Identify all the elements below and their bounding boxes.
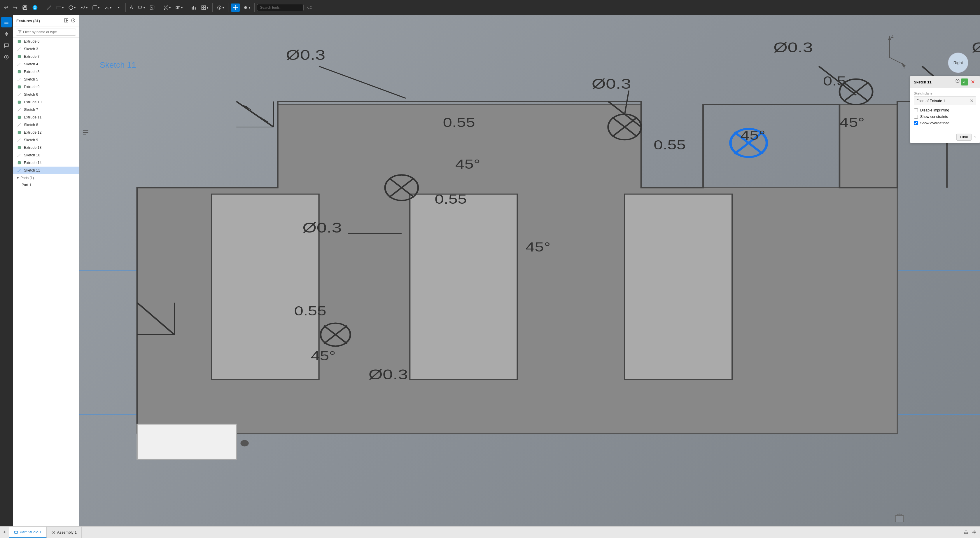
redo-button[interactable]: ↪ [11, 3, 19, 12]
panel-clock-icon[interactable] [955, 78, 960, 86]
tab-assembly-1[interactable]: Assembly 1 [47, 527, 82, 538]
feature-item[interactable]: Sketch 5 [13, 76, 79, 83]
part-studio-icon [14, 530, 18, 534]
show-constraints-label: Show constraints [920, 115, 948, 119]
mirror-tool-button[interactable]: ▾ [173, 4, 185, 11]
show-overdefined-label: Show overdefined [920, 121, 950, 125]
svg-line-53 [18, 63, 21, 65]
feature-item[interactable]: Extrude 6 [13, 38, 79, 45]
show-overdefined-row[interactable]: Show overdefined [914, 121, 976, 125]
tab-upload-icon[interactable] [963, 528, 969, 536]
feature-item[interactable]: Sketch 7 [13, 106, 79, 113]
onshape-icon-button[interactable]: O [30, 3, 40, 12]
toolbar-separator-5 [212, 3, 213, 12]
add-tab-button[interactable]: + [0, 527, 10, 538]
3d-view-icon[interactable] [895, 513, 904, 524]
help-button[interactable]: ? [974, 135, 976, 140]
transform-tool-button[interactable] [148, 4, 157, 11]
svg-marker-38 [5, 32, 8, 36]
parts-section-header[interactable]: ▾Parts (1) [13, 174, 79, 182]
sketch-icon [17, 168, 22, 173]
feature-item[interactable]: Extrude 9 [13, 83, 79, 91]
tab-action-icons [963, 528, 980, 536]
feature-item[interactable]: Extrude 7 [13, 53, 79, 60]
svg-text:Ø0.3: Ø0.3 [302, 220, 342, 236]
extrude-icon [17, 115, 22, 119]
feature-item[interactable]: Extrude 11 [13, 113, 79, 121]
view-direction-label[interactable]: Right [948, 53, 968, 73]
sidebar-clock-icon[interactable] [71, 18, 76, 24]
disable-imprinting-checkbox[interactable] [914, 108, 918, 112]
point-tool-button[interactable] [115, 4, 123, 11]
constraint-display-button[interactable]: ▾ [215, 4, 226, 11]
line-tool-button[interactable] [45, 4, 53, 11]
feature-item[interactable]: Sketch 4 [13, 60, 79, 68]
plot-tool-button[interactable] [189, 4, 198, 11]
bottom-tabs: + Part Studio 1 Assembly 1 [0, 526, 980, 538]
snap-tool-button[interactable] [231, 3, 240, 12]
svg-rect-82 [625, 194, 732, 379]
history-icon-button[interactable] [1, 52, 12, 62]
arc-tool-button[interactable]: ▾ [102, 4, 113, 11]
filter-input[interactable] [16, 29, 76, 36]
part-item[interactable]: Part 1 [13, 182, 79, 188]
panel-close-button[interactable]: ✕ [969, 78, 976, 86]
view-cube[interactable]: Z Y [873, 31, 905, 69]
feature-item[interactable]: Sketch 3 [13, 45, 79, 53]
panel-confirm-button[interactable]: ✓ [961, 78, 968, 86]
sketch-area[interactable]: Sketch 11 [80, 15, 980, 526]
sketch-plane-value-row[interactable]: Face of Extrude 1 ✕ [914, 96, 976, 105]
feature-item[interactable]: Sketch 10 [13, 151, 79, 159]
comment-icon-button[interactable] [1, 40, 12, 51]
move-icon-button[interactable] [1, 29, 12, 39]
svg-line-59 [18, 93, 21, 96]
show-constraints-row[interactable]: Show constraints [914, 115, 976, 119]
tab-part-studio-1[interactable]: Part Studio 1 [10, 527, 47, 538]
svg-text:0.55: 0.55 [434, 192, 467, 206]
tab-balance-icon[interactable] [970, 528, 978, 536]
undo-button[interactable]: ↩ [2, 3, 10, 12]
svg-text:Z: Z [891, 34, 894, 38]
show-overdefined-checkbox[interactable] [914, 121, 918, 125]
sketch-plane-clear-icon[interactable]: ✕ [970, 98, 974, 103]
feature-item[interactable]: Sketch 9 [13, 136, 79, 144]
toolbar: ↩ ↪ O ▾ ▾ ▾ ▾ ▾ A ▾ [0, 0, 980, 15]
disable-imprinting-row[interactable]: Disable imprinting [914, 108, 976, 112]
feature-item[interactable]: Extrude 14 [13, 159, 79, 167]
feature-item[interactable]: Extrude 13 [13, 144, 79, 151]
show-constraints-checkbox[interactable] [914, 115, 918, 119]
save-button[interactable] [21, 4, 29, 11]
spline-tool-button[interactable]: ▾ [78, 4, 89, 11]
toolbar-separator-1 [42, 3, 42, 12]
menu-icon-button[interactable] [1, 17, 12, 27]
trim-tool-button[interactable]: ▾ [162, 4, 172, 11]
feature-item[interactable]: Sketch 6 [13, 91, 79, 98]
feature-item[interactable]: Sketch 8 [13, 121, 79, 129]
constraint-tool-button[interactable]: ▾ [241, 4, 252, 11]
text-tool-button[interactable]: A [128, 4, 135, 11]
feature-item[interactable]: Extrude 8 [13, 68, 79, 76]
feature-item[interactable]: Sketch 11 [13, 167, 79, 174]
svg-line-68 [18, 138, 21, 141]
filter-icon [18, 30, 22, 34]
sidebar-layout-icon[interactable] [64, 18, 68, 24]
dimension-tool-button[interactable]: ▾ [136, 4, 147, 11]
svg-point-8 [118, 7, 119, 8]
rectangle-tool-button[interactable]: ▾ [54, 4, 65, 11]
feature-item[interactable]: Extrude 12 [13, 129, 79, 136]
extrude-icon [17, 70, 22, 74]
sketch-icon [17, 107, 22, 112]
search-input[interactable] [257, 4, 304, 11]
svg-marker-154 [965, 530, 967, 531]
align-list-icon[interactable] [82, 129, 89, 137]
feature-label: Sketch 6 [24, 92, 38, 97]
circle-tool-button[interactable]: ▾ [67, 4, 77, 11]
grid-tool-button[interactable]: ▾ [199, 4, 210, 11]
coord-axes: Z Y [873, 31, 905, 69]
final-button[interactable]: Final [956, 134, 972, 141]
svg-text:0.5: 0.5 [823, 74, 846, 88]
fillet-tool-button[interactable]: ▾ [91, 4, 101, 11]
svg-point-28 [219, 8, 220, 9]
svg-point-57 [18, 81, 18, 81]
feature-item[interactable]: Extrude 10 [13, 98, 79, 106]
